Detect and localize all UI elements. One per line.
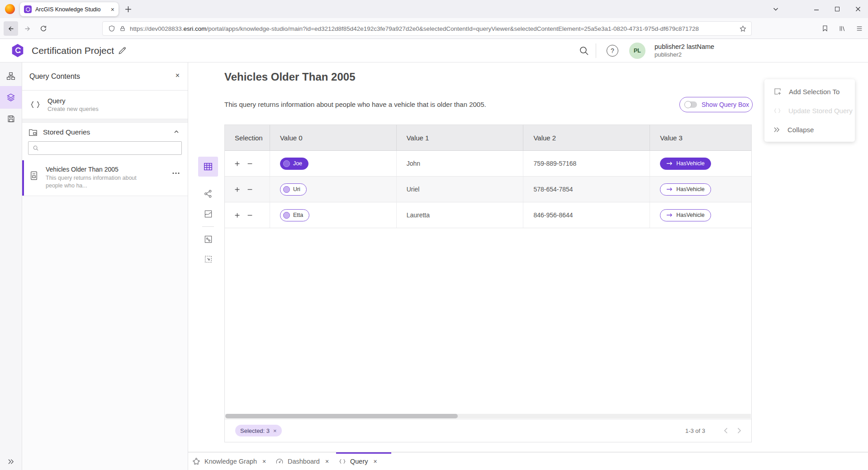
tools-divider — [202, 226, 214, 227]
search-icon[interactable] — [579, 45, 589, 56]
query-item-title: Query — [47, 97, 99, 105]
item-options-icon[interactable] — [172, 172, 180, 174]
expand-rail-icon[interactable] — [0, 456, 22, 467]
tab-close-icon[interactable]: × — [111, 6, 114, 13]
link-chart-icon[interactable] — [198, 184, 218, 204]
address-bar[interactable]: https://dev0028833.esri.com/portal/apps/… — [102, 21, 752, 36]
selected-indicator — [22, 160, 24, 196]
chevron-up-icon[interactable] — [173, 129, 180, 135]
browser-tab-title: ArcGIS Knowledge Studio — [35, 6, 111, 13]
search-input[interactable] — [42, 142, 181, 154]
value2-cell: 759-889-57168 — [523, 151, 650, 176]
selection-context-menu: Add Selection To Update Stored Query Col… — [764, 79, 855, 142]
contents-layers-icon[interactable] — [0, 86, 22, 109]
selected-count-chip[interactable]: Selected: 3 × — [235, 425, 282, 436]
dashboard-gauge-icon — [275, 457, 284, 465]
value2-cell: 846-956-8644 — [523, 202, 650, 228]
reload-button[interactable] — [36, 21, 51, 36]
value2-cell: 578-654-7854 — [523, 177, 650, 202]
panel-close-icon[interactable]: × — [175, 72, 180, 80]
add-to-selection-button[interactable] — [233, 159, 241, 168]
tab-knowledge-graph[interactable]: Knowledge Graph × — [192, 452, 266, 470]
remove-from-selection-button[interactable] — [246, 211, 254, 219]
list-all-tabs-button[interactable] — [769, 3, 783, 15]
window-minimize-button[interactable] — [810, 3, 823, 15]
selection-tools-icon[interactable] — [198, 249, 218, 269]
clear-selection-icon[interactable]: × — [273, 427, 277, 434]
entity-pill[interactable]: Etta — [280, 209, 309, 221]
select-graph-icon[interactable] — [198, 229, 218, 249]
tab-dashboard[interactable]: Dashboard × — [275, 452, 329, 470]
stored-queries-searchbox[interactable] — [28, 141, 182, 155]
query-result-title: Vehicles Older Than 2005 — [224, 71, 355, 83]
double-chevron-right-icon — [773, 127, 780, 133]
tracking-shield-icon[interactable] — [108, 25, 115, 32]
save-icon[interactable] — [0, 109, 22, 129]
bookmark-star-icon[interactable] — [739, 25, 747, 33]
stored-query-item[interactable]: Vehicles Older Than 2005 This query retu… — [22, 160, 188, 196]
help-icon[interactable]: ? — [607, 45, 618, 57]
column-header-value1[interactable]: Value 1 — [397, 125, 524, 150]
add-to-selection-button[interactable] — [233, 211, 241, 219]
window-maximize-button[interactable] — [830, 3, 844, 15]
remove-from-selection-button[interactable] — [246, 185, 254, 193]
app-header: Certification Project ? PL publisher2 la… — [0, 39, 868, 62]
library-icon[interactable] — [835, 21, 849, 36]
stored-queries-header[interactable]: Stored Queries — [22, 123, 188, 141]
add-to-selection-button[interactable] — [233, 185, 241, 193]
back-button[interactable] — [4, 21, 18, 36]
search-icon — [33, 145, 39, 151]
table-row: Joe John 759-889-57168 HasVehicle — [225, 151, 751, 177]
show-query-box-toggle[interactable]: Show Query Box — [679, 97, 753, 112]
project-hierarchy-icon[interactable] — [0, 66, 22, 86]
next-page-icon[interactable] — [734, 426, 744, 436]
stored-query-document-icon — [30, 171, 38, 180]
column-header-selection[interactable]: Selection — [225, 125, 270, 150]
previous-page-icon[interactable] — [721, 426, 730, 436]
relationship-arrow-icon — [666, 213, 673, 217]
remove-from-selection-button[interactable] — [246, 159, 254, 168]
scrollbar-thumb[interactable] — [225, 414, 458, 418]
forward-button[interactable] — [20, 21, 34, 36]
braces-icon — [339, 459, 346, 464]
relationship-pill[interactable]: HasVehicle — [660, 183, 711, 196]
user-info[interactable]: publisher2 lastName publisher2 — [655, 43, 714, 59]
entity-pill[interactable]: Uri — [280, 183, 307, 196]
menu-icon[interactable] — [852, 21, 867, 36]
entity-pill[interactable]: Joe — [280, 158, 308, 170]
close-tab-icon[interactable]: × — [374, 458, 377, 465]
browser-tab[interactable]: ArcGIS Knowledge Studio × — [20, 2, 119, 16]
panel-header: Query Contents × — [22, 62, 188, 91]
column-header-value0[interactable]: Value 0 — [270, 125, 397, 150]
table-view-icon[interactable] — [198, 157, 218, 177]
column-header-value2[interactable]: Value 2 — [523, 125, 650, 150]
new-query-item[interactable]: Query Create new queries — [22, 91, 188, 119]
project-title: Certification Project — [32, 39, 114, 62]
close-tab-icon[interactable]: × — [325, 458, 329, 465]
user-username: publisher2 — [655, 51, 714, 59]
close-tab-icon[interactable]: × — [262, 458, 266, 465]
avatar[interactable]: PL — [629, 43, 645, 59]
knowledge-graph-icon — [192, 457, 200, 465]
edit-title-pencil-icon[interactable] — [118, 46, 128, 56]
stored-queries-list-background — [22, 196, 188, 470]
folder-icon — [28, 128, 38, 136]
entity-node-icon — [283, 186, 290, 193]
menu-item-add-selection-to[interactable]: Add Selection To — [764, 82, 855, 101]
lock-icon[interactable] — [119, 25, 126, 32]
new-tab-button[interactable] — [122, 4, 134, 14]
relationship-pill[interactable]: HasVehicle — [660, 158, 711, 170]
toggle-switch-icon[interactable] — [685, 101, 697, 108]
relationship-pill[interactable]: HasVehicle — [660, 209, 711, 221]
tab-query[interactable]: Query × — [339, 452, 377, 470]
add-selection-icon — [773, 87, 782, 96]
relationship-arrow-icon — [666, 187, 673, 192]
map-view-icon[interactable] — [198, 204, 218, 224]
menu-item-update-stored-query[interactable]: Update Stored Query — [764, 101, 855, 120]
column-header-value3[interactable]: Value 3 — [650, 125, 751, 150]
save-to-pocket-icon[interactable] — [818, 21, 832, 36]
relationship-label: HasVehicle — [676, 212, 705, 218]
firefox-icon — [5, 4, 15, 14]
menu-item-collapse[interactable]: Collapse — [764, 120, 855, 139]
window-close-button[interactable] — [851, 3, 865, 15]
